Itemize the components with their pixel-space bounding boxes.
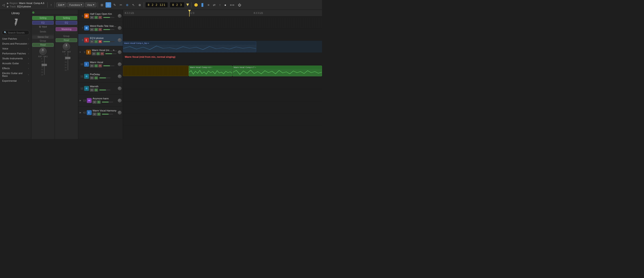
vol-knob-7[interactable] <box>118 26 122 30</box>
expand-arrow-42[interactable]: ▶ <box>80 111 82 114</box>
clip-warm-vocal-a6[interactable]: Warm Vocal: Comp A.6 ○ <box>189 66 232 76</box>
solo-button-13[interactable]: S <box>97 101 100 104</box>
clip-orange-10[interactable] <box>123 66 189 76</box>
vol-knob-9[interactable] <box>118 50 122 54</box>
vol-knob-42[interactable] <box>118 111 122 114</box>
level-button[interactable]: ≡ <box>206 2 211 8</box>
solo-button-42[interactable]: S <box>97 113 100 116</box>
sidebar-item-performance-patches[interactable]: Performance Patches › <box>0 51 31 56</box>
track-lane-11[interactable] <box>123 77 322 89</box>
vol-knob-11[interactable] <box>118 75 122 78</box>
sidebar-item-acoustic-guitar[interactable]: Acoustic Guitar › <box>0 61 31 66</box>
pointer-tool-button[interactable]: ↖ <box>131 2 136 8</box>
volume-slider-8[interactable] <box>103 41 114 42</box>
edit-button[interactable]: Edit ▾ <box>56 3 66 7</box>
strip1-fader-handle[interactable] <box>42 64 47 66</box>
sidebar-item-studio-instruments[interactable]: Studio Instruments › <box>0 56 31 61</box>
vol-knob-13[interactable] <box>118 99 122 102</box>
expand-arrow-13[interactable]: ▶ <box>80 99 82 102</box>
solo-button-9[interactable]: S <box>96 52 100 55</box>
mute-button-13[interactable]: M <box>92 101 96 104</box>
sidebar-item-voice[interactable]: Voice › <box>0 46 31 51</box>
back-button[interactable]: ◁ <box>1 2 6 8</box>
mute-button-7[interactable]: M <box>90 28 94 31</box>
mute-button-11[interactable]: M <box>90 76 94 80</box>
loop-button[interactable]: ⇄ <box>212 2 217 8</box>
track-lane-42[interactable] <box>123 113 322 125</box>
functions-button[interactable]: Functions ▾ <box>67 3 84 7</box>
record-button-8[interactable]: R <box>98 40 102 43</box>
vol-knob-12[interactable] <box>118 87 122 90</box>
mute-button-8[interactable]: M <box>90 40 94 43</box>
expand-region-arrow[interactable]: ▶ <box>7 2 9 5</box>
strip1-setting[interactable]: Setting <box>32 16 54 20</box>
clip-warm-vocal-comp[interactable]: Warm Vocal/ Comp A_bip ∞ <box>123 41 256 52</box>
list-view-button[interactable]: ☰ <box>106 2 111 8</box>
sidebar-item-effects[interactable]: Effects › <box>0 66 31 71</box>
vol-knob-8[interactable] <box>118 38 122 42</box>
select-tool-button[interactable]: ⊕ <box>124 2 130 8</box>
track-lane-6[interactable] <box>123 17 322 29</box>
zoom-tool-button[interactable]: ⊕ <box>137 2 142 8</box>
track-lane-10[interactable]: Warm Vocal: Comp A.6 ○ Warm Vocal: Comp … <box>123 65 322 77</box>
scissors-tool-button[interactable]: ✂ <box>118 2 124 8</box>
strip1-eq[interactable]: EQ <box>32 21 54 25</box>
sidebar-item-experimental[interactable]: Experimental › <box>0 78 31 83</box>
volume-slider-13[interactable] <box>102 102 113 103</box>
volume-slider-9[interactable] <box>105 53 116 54</box>
strip1-read[interactable]: Read <box>32 43 54 47</box>
record-button[interactable]: ● <box>223 2 228 8</box>
volume-slider-11[interactable] <box>99 78 110 78</box>
volume-slider-7[interactable] <box>103 29 114 30</box>
emoji-button[interactable]: 🙂 <box>193 2 199 8</box>
volume-slider-42[interactable] <box>102 114 113 115</box>
mute-button-42[interactable]: M <box>92 113 96 116</box>
vol-knob-6[interactable] <box>118 14 122 18</box>
mute-button-10[interactable]: M <box>90 64 94 67</box>
strip2-pan-knob[interactable] <box>63 43 70 50</box>
record-button-7[interactable]: R <box>98 28 102 31</box>
volume-slider-10[interactable] <box>103 65 114 66</box>
track-lane-7[interactable] <box>123 29 322 41</box>
waveform-button[interactable]: ▊ <box>200 2 205 8</box>
track-lane-12[interactable] <box>123 89 322 101</box>
clip-warm-vocal-a7[interactable]: Warm Vocal: Comp A.7 ○ <box>232 66 322 76</box>
expand-arrow-9[interactable]: ▾ <box>80 51 81 53</box>
power-button[interactable]: ⏻ <box>236 2 242 8</box>
track-lane-8[interactable]: Warm Vocal/ Comp A_bip ∞ <box>123 41 322 53</box>
record-button-9[interactable]: R <box>100 52 104 55</box>
strip2-eq[interactable]: EQ <box>56 21 77 25</box>
view-button[interactable]: View ▾ <box>85 3 96 7</box>
mute-button-12[interactable]: M <box>90 88 94 92</box>
strip2-fader-track[interactable] <box>68 52 68 70</box>
sidebar-item-drums-percussion[interactable]: Drums and Percussion › <box>0 41 31 46</box>
mute-button-6[interactable]: M <box>90 16 94 19</box>
strip2-read[interactable]: Read <box>56 38 77 42</box>
record-button-10[interactable]: R <box>98 64 102 67</box>
strip1-link[interactable]: ⛓ Input <box>39 26 47 28</box>
solo-button-6[interactable]: S <box>94 16 98 19</box>
expand-track-arrow[interactable]: ▶ <box>7 5 9 8</box>
strip2-setting[interactable]: Setting <box>56 16 77 20</box>
solo-button-8[interactable]: S <box>94 40 98 43</box>
track-lane-13[interactable] <box>123 101 322 113</box>
strip2-fader-handle[interactable] <box>65 57 70 59</box>
solo-button-12[interactable]: S <box>94 88 98 92</box>
solo-button-10[interactable]: S <box>94 64 98 67</box>
pencil-tool-button[interactable]: ✎ <box>112 2 118 8</box>
grid-view-button[interactable]: ⊞ <box>99 2 105 8</box>
strip2-mastering[interactable]: Mastering <box>56 27 77 31</box>
track-lane-9[interactable]: Warm Vocal (mid from mic, normal singing… <box>123 53 322 65</box>
solo-button-7[interactable]: S <box>94 28 98 31</box>
search-box[interactable]: 🔍 <box>2 30 29 35</box>
sidebar-item-electric-guitar[interactable]: Electric Guitar and Bass › <box>0 71 31 78</box>
search-input[interactable] <box>8 31 27 34</box>
mute-button-9[interactable]: M <box>92 52 96 55</box>
up-button[interactable]: ↑ <box>218 2 222 8</box>
vol-knob-10[interactable] <box>118 63 122 66</box>
record-button-6[interactable]: R <box>98 16 102 19</box>
strip1-pan-knob[interactable] <box>39 48 46 55</box>
strip1-fader-track[interactable] <box>44 57 45 75</box>
solo-button-11[interactable]: S <box>94 76 98 80</box>
rewind-button[interactable]: ↑ <box>49 2 53 8</box>
